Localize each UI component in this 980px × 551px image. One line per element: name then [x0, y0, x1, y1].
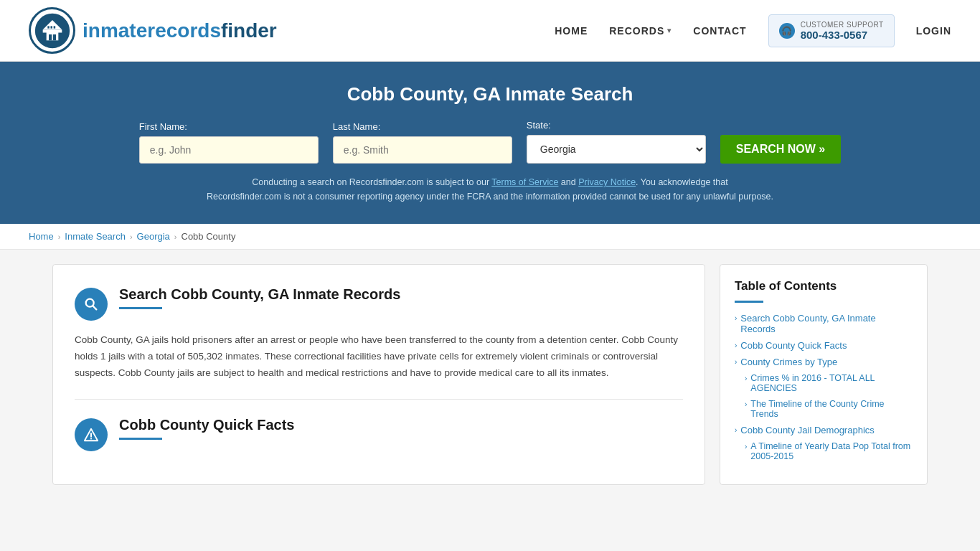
toc-chevron-3: ›: [735, 358, 737, 366]
sidebar: Table of Contents › Search Cobb County, …: [720, 264, 928, 485]
warning-circle-icon: [75, 418, 108, 451]
logo-text: inmaterecordsfinder: [83, 19, 277, 42]
support-label: CUSTOMER SUPPORT: [801, 21, 884, 29]
breadcrumb: Home › Inmate Search › Georgia › Cobb Co…: [0, 224, 980, 250]
toc-item-2: › Cobb County Quick Facts: [735, 340, 913, 351]
breadcrumb-home[interactable]: Home: [29, 231, 54, 242]
toc-chevron-7: ›: [745, 443, 747, 451]
hero-section: Cobb County, GA Inmate Search First Name…: [0, 62, 980, 224]
toc-chevron-5: ›: [745, 400, 747, 408]
logo-text-main: inmaterecords: [83, 19, 221, 42]
nav-contact[interactable]: CONTACT: [693, 25, 746, 37]
section2-title: Cobb County Quick Facts: [119, 417, 294, 433]
section1-underline: [119, 307, 162, 309]
toc-item-7: › A Timeline of Yearly Data Pop Total fr…: [735, 441, 913, 461]
toc-label-1: Search Cobb County, GA Inmate Records: [740, 313, 913, 334]
toc-item-3: › County Crimes by Type: [735, 357, 913, 367]
toc-item-4: › Crimes % in 2016 - TOTAL ALL AGENCIES: [735, 373, 913, 393]
section2-header: Cobb County Quick Facts: [75, 417, 683, 451]
svg-rect-2: [42, 29, 62, 32]
customer-support-box[interactable]: 🎧 CUSTOMER SUPPORT 800-433-0567: [768, 14, 895, 47]
nav-records[interactable]: RECORDS ▾: [609, 25, 672, 37]
toc-link-1[interactable]: › Search Cobb County, GA Inmate Records: [735, 313, 913, 334]
login-button[interactable]: LOGIN: [916, 25, 951, 37]
state-label: State:: [527, 120, 551, 131]
headphone-icon: 🎧: [779, 23, 795, 39]
search-circle-icon: [75, 288, 108, 321]
section2-title-wrap: Cobb County Quick Facts: [119, 417, 294, 440]
svg-rect-5: [52, 34, 55, 40]
toc-item-1: › Search Cobb County, GA Inmate Records: [735, 313, 913, 334]
privacy-link[interactable]: Privacy Notice: [578, 177, 636, 187]
state-group: State: Georgia Alabama Alaska: [527, 120, 706, 164]
breadcrumb-inmate-search[interactable]: Inmate Search: [65, 231, 126, 242]
toc-link-7[interactable]: › A Timeline of Yearly Data Pop Total fr…: [745, 441, 913, 461]
last-name-group: Last Name:: [333, 121, 512, 164]
toc-label-2: Cobb County Quick Facts: [740, 340, 847, 351]
toc-link-2[interactable]: › Cobb County Quick Facts: [735, 340, 913, 351]
breadcrumb-georgia[interactable]: Georgia: [137, 231, 170, 242]
section1-title-wrap: Search Cobb County, GA Inmate Records: [119, 286, 400, 309]
support-number: 800-433-0567: [801, 29, 884, 41]
toc-list: › Search Cobb County, GA Inmate Records …: [735, 313, 913, 461]
search-form: First Name: Last Name: State: Georgia Al…: [29, 120, 951, 164]
logo-area: inmaterecordsfinder: [29, 7, 277, 54]
nav-records-label: RECORDS: [609, 25, 664, 37]
toc-chevron-4: ›: [745, 375, 747, 382]
toc-divider: [735, 301, 763, 303]
breadcrumb-sep-2: ›: [130, 232, 133, 241]
svg-point-13: [90, 438, 92, 439]
svg-rect-4: [49, 34, 52, 40]
last-name-label: Last Name:: [333, 121, 380, 132]
main-container: Search Cobb County, GA Inmate Records Co…: [31, 264, 949, 485]
breadcrumb-sep-3: ›: [174, 232, 177, 241]
toc-link-4[interactable]: › Crimes % in 2016 - TOTAL ALL AGENCIES: [745, 373, 913, 393]
site-header: inmaterecordsfinder HOME RECORDS ▾ CONTA…: [0, 0, 980, 62]
logo-text-bold: finder: [221, 19, 277, 42]
content-area: Search Cobb County, GA Inmate Records Co…: [52, 264, 705, 485]
section2-underline: [119, 438, 162, 440]
state-select[interactable]: Georgia Alabama Alaska: [527, 135, 706, 164]
toc-label-6: Cobb County Jail Demographics: [740, 425, 874, 435]
toc-label-5: The Timeline of the County Crime Trends: [750, 399, 913, 419]
toc-link-6[interactable]: › Cobb County Jail Demographics: [735, 425, 913, 435]
records-chevron-icon: ▾: [667, 27, 672, 34]
first-name-group: First Name:: [139, 121, 319, 164]
toc-item-6: › Cobb County Jail Demographics: [735, 425, 913, 435]
tos-link[interactable]: Terms of Service: [491, 177, 558, 187]
last-name-input[interactable]: [333, 136, 512, 164]
toc-link-5[interactable]: › The Timeline of the County Crime Trend…: [745, 399, 913, 419]
toc-chevron-1: ›: [735, 314, 737, 322]
search-button[interactable]: SEARCH NOW »: [720, 135, 841, 164]
page-title: Cobb County, GA Inmate Search: [29, 83, 951, 105]
toc-link-3[interactable]: › County Crimes by Type: [735, 357, 913, 367]
svg-rect-8: [53, 26, 55, 28]
nav-home[interactable]: HOME: [555, 25, 588, 37]
logo-icon: [29, 7, 75, 54]
svg-line-10: [93, 306, 96, 309]
section1-header: Search Cobb County, GA Inmate Records: [75, 286, 683, 321]
svg-rect-6: [47, 26, 50, 28]
svg-rect-7: [50, 26, 52, 28]
toc-label-3: County Crimes by Type: [740, 357, 837, 367]
toc-label-4: Crimes % in 2016 - TOTAL ALL AGENCIES: [750, 373, 913, 393]
toc-label-7: A Timeline of Yearly Data Pop Total from…: [750, 441, 913, 461]
toc-title: Table of Contents: [735, 279, 913, 293]
first-name-label: First Name:: [139, 121, 187, 132]
first-name-input[interactable]: [139, 136, 319, 164]
toc-chevron-2: ›: [735, 342, 737, 349]
section-divider-1: [75, 399, 683, 400]
toc-item-5: › The Timeline of the County Crime Trend…: [735, 399, 913, 419]
toc-chevron-6: ›: [735, 426, 737, 434]
breadcrumb-sep-1: ›: [58, 232, 61, 241]
support-text: CUSTOMER SUPPORT 800-433-0567: [801, 21, 884, 41]
disclaimer-text: Conducting a search on Recordsfinder.com…: [29, 175, 951, 204]
svg-rect-1: [46, 32, 58, 40]
breadcrumb-current: Cobb County: [182, 231, 236, 242]
section1-title: Search Cobb County, GA Inmate Records: [119, 286, 400, 303]
main-nav: HOME RECORDS ▾ CONTACT 🎧 CUSTOMER SUPPOR…: [555, 14, 951, 47]
section1-text: Cobb County, GA jails hold prisoners aft…: [75, 332, 683, 382]
